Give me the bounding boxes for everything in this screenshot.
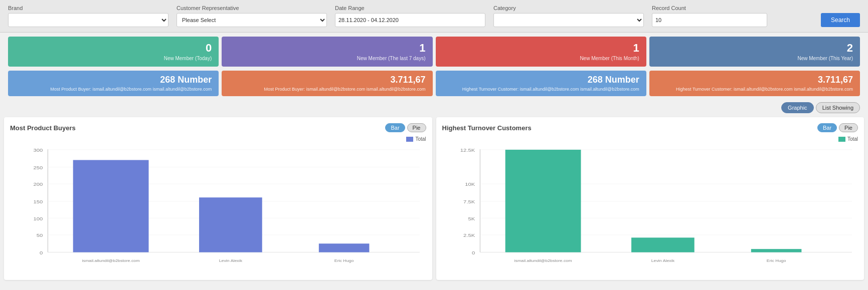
chart1-bar-3	[319, 243, 370, 252]
stat-card-highest-turnover-num: 268 Number Highest Turnover Customer: is…	[436, 71, 646, 96]
svg-text:ismail.altundil@b2bstore.com: ismail.altundil@b2bstore.com	[82, 259, 140, 263]
filter-bar: Brand Customer Representative Please Sel…	[0, 0, 868, 33]
chart2-bar-button[interactable]: Bar	[817, 123, 837, 132]
date-filter-group: Date Range	[335, 5, 485, 27]
chart-panel-highest-turnover: Highest Turnover Customers Bar Pie Total…	[436, 117, 864, 280]
brand-label: Brand	[8, 5, 168, 11]
stat-card-highest-turnover-val: 3.711,67 Highest Turnover Customer: isma…	[649, 71, 860, 96]
svg-text:7.5K: 7.5K	[463, 199, 475, 204]
chart1-bar-button[interactable]: Bar	[385, 123, 405, 132]
stat-label-year: New Member (This Year)	[797, 56, 853, 61]
stat-label-today: New Member (Today)	[164, 56, 212, 61]
svg-text:200: 200	[33, 181, 43, 187]
chart1-pie-button[interactable]: Pie	[407, 123, 426, 132]
chart1-legend-color	[406, 137, 413, 142]
chart2-pie-button[interactable]: Pie	[839, 123, 858, 132]
stat-number-most-product-val: 3.711,67	[229, 75, 425, 85]
chart2-bar-3	[751, 249, 801, 252]
stat-number-month: 1	[443, 42, 639, 55]
svg-text:Levin Alexik: Levin Alexik	[651, 259, 674, 263]
chart1-bar-1	[73, 160, 149, 252]
record-filter-group: Record Count	[652, 5, 767, 27]
category-label: Category	[493, 5, 644, 11]
stat-card-new-today: 0 New Member (Today)	[8, 37, 219, 67]
chart2-header: Highest Turnover Customers Bar Pie	[442, 123, 858, 132]
stat-card-new-year: 2 New Member (This Year)	[649, 37, 860, 67]
chart1-svg: 0 50 100 150 200 250 300 ismail.altundil…	[10, 144, 426, 274]
chart2-legend-color	[838, 137, 845, 142]
svg-text:0: 0	[472, 250, 475, 255]
svg-text:12.5K: 12.5K	[460, 147, 475, 153]
chart2-legend-label: Total	[847, 136, 858, 142]
customer-select[interactable]: Please Select	[177, 13, 327, 27]
category-select[interactable]	[493, 13, 644, 27]
chart2-bar-1	[505, 150, 581, 252]
chart1-legend: Total	[10, 136, 426, 142]
chart2-title: Highest Turnover Customers	[442, 124, 532, 132]
date-label: Date Range	[335, 5, 485, 11]
svg-text:0: 0	[40, 250, 43, 255]
stat-number-highest-turnover-val: 3.711,67	[656, 75, 853, 85]
chart2-svg: 0 2.5K 5K 7.5K 10K 12.5K ismail.altundil…	[442, 144, 858, 274]
record-input[interactable]	[652, 13, 767, 27]
svg-text:250: 250	[33, 165, 43, 170]
chart-panel-most-product-buyers: Most Product Buyers Bar Pie Total 0 50 1…	[4, 117, 432, 280]
svg-text:50: 50	[37, 232, 43, 238]
stat-row-2: 268 Number Most Product Buyer: ismail.al…	[0, 71, 868, 100]
stat-card-most-product-val: 3.711,67 Most Product Buyer: ismail.altu…	[222, 71, 432, 96]
stat-number-7days: 1	[229, 42, 425, 55]
charts-area: Most Product Buyers Bar Pie Total 0 50 1…	[0, 117, 868, 284]
date-input[interactable]	[335, 13, 485, 27]
chart1-svg-container: 0 50 100 150 200 250 300 ismail.altundil…	[10, 144, 426, 274]
list-showing-toggle-button[interactable]: List Showing	[816, 102, 860, 113]
chart2-legend: Total	[442, 136, 858, 142]
search-button[interactable]: Search	[821, 13, 860, 27]
stat-label-most-product: Most Product Buyer: ismail.altundil@b2bs…	[50, 87, 212, 92]
customer-label: Customer Representative	[177, 5, 327, 11]
svg-text:Levin Alexik: Levin Alexik	[219, 259, 243, 263]
svg-text:Eric Hugo: Eric Hugo	[334, 259, 354, 263]
svg-text:ismail.altundil@b2bstore.com: ismail.altundil@b2bstore.com	[514, 259, 572, 263]
svg-text:Eric Hugo: Eric Hugo	[766, 259, 786, 263]
category-filter-group: Category	[493, 5, 644, 27]
stat-number-highest-turnover: 268 Number	[443, 75, 639, 85]
chart1-legend-label: Total	[415, 136, 426, 142]
svg-text:100: 100	[33, 216, 43, 221]
chart1-header: Most Product Buyers Bar Pie	[10, 123, 426, 132]
chart1-title: Most Product Buyers	[10, 124, 76, 132]
chart2-bar-2	[631, 237, 695, 252]
chart2-svg-container: 0 2.5K 5K 7.5K 10K 12.5K ismail.altundil…	[442, 144, 858, 274]
stat-card-most-product-num: 268 Number Most Product Buyer: ismail.al…	[8, 71, 219, 96]
chart1-bar-2	[199, 197, 262, 252]
svg-text:10K: 10K	[465, 181, 475, 187]
stat-label-highest-turnover-val: Highest Turnover Customer: ismail.altund…	[676, 87, 853, 92]
chart1-toggle: Bar Pie	[385, 123, 426, 132]
stat-label-month: New Member (This Month)	[580, 56, 639, 61]
stat-number-today: 0	[15, 42, 212, 55]
view-toggle-bar: Graphic List Showing	[0, 100, 868, 117]
svg-text:2.5K: 2.5K	[463, 232, 475, 238]
customer-filter-group: Customer Representative Please Select	[177, 5, 327, 27]
stat-row-1: 0 New Member (Today) 1 New Member (The l…	[0, 33, 868, 71]
brand-filter-group: Brand	[8, 5, 168, 27]
brand-select[interactable]	[8, 13, 168, 27]
stat-card-new-7days: 1 New Member (The last 7 days)	[222, 37, 432, 67]
stat-card-new-month: 1 New Member (This Month)	[436, 37, 646, 67]
svg-text:5K: 5K	[468, 216, 475, 221]
stat-number-year: 2	[656, 42, 853, 55]
record-label: Record Count	[652, 5, 767, 11]
stat-label-7days: New Member (The last 7 days)	[357, 56, 426, 61]
svg-text:150: 150	[33, 199, 43, 204]
chart2-toggle: Bar Pie	[817, 123, 858, 132]
stat-label-most-product-val: Most Product Buyer: ismail.altundil@b2bs…	[264, 87, 426, 92]
svg-text:300: 300	[33, 147, 43, 153]
stat-label-highest-turnover: Highest Turnover Customer: ismail.altund…	[462, 87, 639, 92]
stat-number-most-product: 268 Number	[15, 75, 212, 85]
graphic-toggle-button[interactable]: Graphic	[781, 102, 814, 113]
